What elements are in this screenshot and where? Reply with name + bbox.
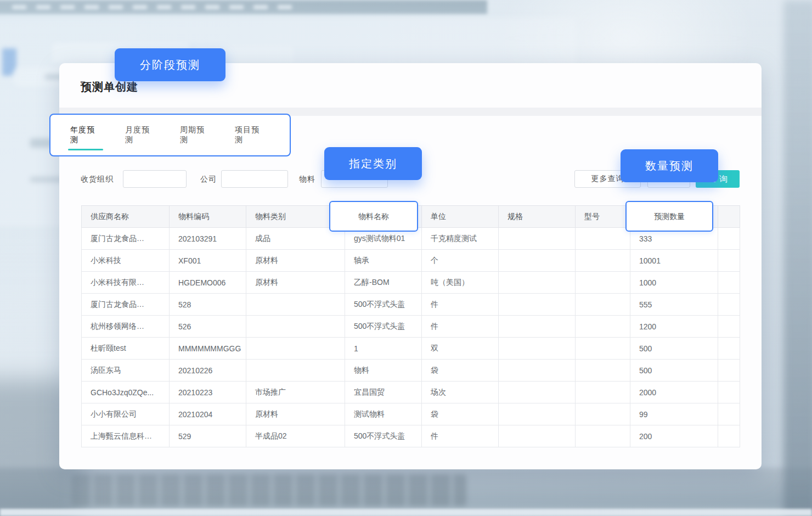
table-cell: 小小有限公司 [82,403,170,425]
table-cell: 半成品02 [246,425,345,447]
table-cell: 99 [630,403,718,425]
table-cell [718,360,740,382]
table-cell [499,272,576,294]
table-cell [576,294,630,316]
table-cell: 小米科技 [82,250,170,272]
table-cell: 件 [422,316,499,338]
table-cell: 500不浮式头盖 [345,425,422,447]
table-cell: 526 [170,316,246,338]
screenshot-root: 预测单创建 收货组织 公司 物料 更多查询 查询 供应商名称物料编码物料类别物料… [0,0,812,516]
tab-project-forecast[interactable]: 项目预测 [235,125,266,145]
table-cell: 厦门古龙食品… [82,228,170,250]
callout-quantity-forecast: 数量预测 [621,149,718,182]
table-cell: 20210204 [170,403,246,425]
table-cell [499,338,576,360]
table-cell: 厦门古龙食品… [82,294,170,316]
table-row[interactable]: 小米科技有限…HGDEMO006原材料乙醇-BOM吨（美国）1000 [82,272,740,294]
tab-label: 年度预测 [70,125,95,144]
table-cell [576,250,630,272]
table-row[interactable]: 小米科技XF001原材料轴承个10001 [82,250,740,272]
table-cell: 500不浮式头盖 [345,316,422,338]
table-cell: 市场推广 [246,382,345,403]
table-row[interactable]: 小小有限公司20210204原材料测试物料袋99 [82,403,740,425]
tab-label: 项目预测 [235,125,260,144]
page-title: 预测单创建 [81,80,138,94]
table-cell: 轴承 [345,250,422,272]
table-row[interactable]: 上海甄云信息科…529半成品02500不浮式头盖件200 [82,425,740,447]
table-cell: 529 [170,425,246,447]
table-cell: 10001 [630,250,718,272]
column-header: 规格 [499,206,576,228]
table-cell: GCHo3Jzq0ZQe... [82,382,170,403]
table-cell: MMMMMMMGGG [170,338,246,360]
table-cell: 2000 [630,382,718,403]
table-cell [576,316,630,338]
table-cell: 吨（美国） [422,272,499,294]
table-cell: 原材料 [246,403,345,425]
table-cell: 528 [170,294,246,316]
table-cell [718,250,740,272]
table-cell [246,338,345,360]
table-cell: 千克精度测试 [422,228,499,250]
tab-annual-forecast[interactable]: 年度预测 [70,125,101,145]
table-cell: 袋 [422,360,499,382]
table-row[interactable]: 杭州移领网络…526500不浮式头盖件1200 [82,316,740,338]
receiving-org-input[interactable] [123,170,187,188]
table-cell [718,272,740,294]
column-header [718,206,740,228]
table-cell: 202103291 [170,228,246,250]
table-row[interactable]: GCHo3Jzq0ZQe...20210223市场推广宜昌国贸场次2000 [82,382,740,403]
table-row[interactable]: 汤臣东马20210226物料袋500 [82,360,740,382]
table-cell [499,250,576,272]
table-cell [718,382,740,403]
table-cell [576,382,630,403]
tab-monthly-forecast[interactable]: 月度预测 [125,125,156,145]
table-cell [499,294,576,316]
table-cell [576,272,630,294]
table-row[interactable]: 厦门古龙食品…528500不浮式头盖件555 [82,294,740,316]
company-label: 公司 [200,170,217,188]
callout-phased-forecast: 分阶段预测 [115,48,225,81]
table-cell: 杜昕颐test [82,338,170,360]
table-cell: 件 [422,425,499,447]
tab-period-forecast[interactable]: 周期预测 [180,125,211,145]
highlight-material-name-column: 物料名称 [329,201,418,232]
tab-label: 月度预测 [125,125,150,144]
table-row[interactable]: 杜昕颐testMMMMMMMGGG1双500 [82,338,740,360]
table-cell: 1200 [630,316,718,338]
column-header: 物料编码 [170,206,246,228]
column-header: 供应商名称 [82,206,170,228]
table-cell: 件 [422,294,499,316]
table-cell [718,425,740,447]
table-cell [499,360,576,382]
table-cell: 个 [422,250,499,272]
table-cell: 乙醇-BOM [345,272,422,294]
table-cell: 袋 [422,403,499,425]
table-cell [576,338,630,360]
table-cell [499,228,576,250]
table-cell: 汤臣东马 [82,360,170,382]
table-cell [499,316,576,338]
table-cell [718,338,740,360]
table-cell: 杭州移领网络… [82,316,170,338]
table-cell [499,403,576,425]
table-cell: 200 [630,425,718,447]
forecast-table: 供应商名称物料编码物料类别物料名称单位规格型号预测数量 厦门古龙食品…20210… [81,205,740,447]
table-cell: 原材料 [246,272,345,294]
tab-label: 周期预测 [180,125,205,144]
table-cell [246,360,345,382]
table-cell: 上海甄云信息科… [82,425,170,447]
company-input[interactable] [221,170,288,188]
table-cell [718,228,740,250]
table-cell [576,360,630,382]
table-cell [499,382,576,403]
table-cell: 500 [630,338,718,360]
highlight-forecast-qty-column: 预测数量 [625,201,713,232]
table-cell: XF001 [170,250,246,272]
table-cell: HGDEMO006 [170,272,246,294]
material-label: 物料 [299,170,315,188]
table-cell: 20210223 [170,382,246,403]
table-cell: 1 [345,338,422,360]
table-cell: 1000 [630,272,718,294]
receiving-org-label: 收货组织 [81,170,114,188]
